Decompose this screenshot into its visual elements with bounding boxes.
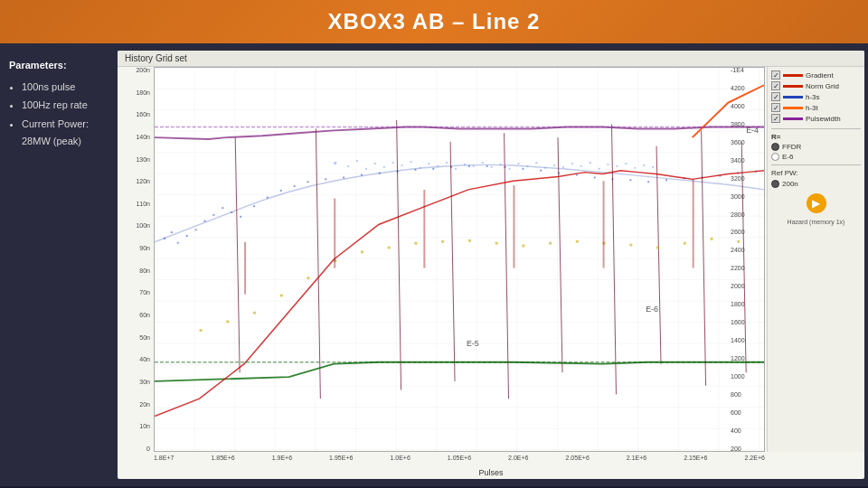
- legend-checkbox-normgrid[interactable]: ✓: [771, 81, 780, 90]
- svg-rect-53: [401, 164, 403, 166]
- radio-dot-e6[interactable]: [771, 153, 779, 161]
- svg-rect-76: [608, 164, 609, 165]
- legend-checkbox-h3t[interactable]: ✓: [771, 103, 780, 112]
- svg-rect-101: [441, 240, 444, 243]
- svg-rect-49: [365, 168, 367, 170]
- svg-rect-38: [629, 179, 631, 181]
- svg-text:E-5: E-5: [467, 339, 479, 348]
- svg-rect-56: [428, 163, 429, 164]
- legend-color-h3t: [783, 107, 803, 109]
- legend-item-h3t: ✓ h-3t: [771, 103, 861, 112]
- radio-dot-ffdr[interactable]: [771, 143, 779, 151]
- params-title: Parameters:: [9, 57, 108, 74]
- chart-plot-area: E-5 E-6 E-4: [154, 67, 765, 452]
- param-item: 100ns pulse: [22, 79, 108, 96]
- svg-rect-58: [446, 162, 448, 164]
- svg-rect-39: [647, 181, 649, 183]
- svg-rect-99: [388, 247, 391, 249]
- play-button[interactable]: ▶: [807, 193, 826, 213]
- radio-ffdr: FFDR: [771, 143, 861, 151]
- chart-area: History Grid set 200n 180n 160n 140n 130…: [118, 51, 864, 479]
- svg-rect-74: [590, 162, 591, 164]
- svg-rect-118: [244, 242, 246, 295]
- chart-svg: E-5 E-6 E-4: [155, 68, 764, 451]
- svg-rect-32: [522, 168, 524, 170]
- svg-rect-92: [200, 329, 203, 332]
- svg-rect-68: [535, 162, 537, 164]
- svg-rect-4: [155, 68, 764, 451]
- svg-rect-111: [711, 238, 713, 240]
- svg-rect-123: [693, 179, 694, 267]
- svg-rect-100: [414, 242, 417, 245]
- legend-color-gradient: [783, 74, 803, 77]
- legend-section: ✓ Gradient ✓ Norm Grid ✓ h-3s: [771, 70, 861, 123]
- legend-checkbox-pulsewidth[interactable]: ✓: [771, 114, 780, 123]
- svg-rect-21: [325, 178, 326, 180]
- legend-checkbox-gradient[interactable]: ✓: [771, 70, 780, 80]
- svg-rect-105: [549, 242, 552, 245]
- svg-rect-103: [495, 242, 498, 245]
- left-panel: Parameters: 100ns pulse 100Hz rep rate C…: [0, 43, 118, 486]
- svg-rect-77: [616, 165, 618, 167]
- svg-rect-48: [356, 160, 358, 162]
- svg-rect-67: [526, 165, 528, 167]
- legend-item-pulsewidth: ✓ Pulsewidth: [771, 114, 861, 123]
- svg-rect-81: [652, 166, 654, 168]
- legend-panel: ✓ Gradient ✓ Norm Grid ✓ h-3s: [767, 67, 864, 452]
- params-list: 100ns pulse 100Hz rep rate Current Power…: [9, 79, 108, 150]
- svg-rect-93: [226, 320, 229, 323]
- chart-container: History Grid set 200n 180n 160n 140n 130…: [118, 51, 864, 479]
- svg-rect-96: [307, 277, 310, 279]
- svg-rect-73: [580, 165, 582, 167]
- svg-rect-23: [361, 174, 363, 176]
- svg-rect-9: [186, 235, 188, 237]
- chart-title-bar: History Grid set: [118, 51, 864, 67]
- legend-item-h3s: ✓ h-3s: [771, 92, 861, 101]
- svg-rect-27: [432, 168, 434, 170]
- svg-rect-64: [500, 164, 502, 165]
- svg-rect-18: [280, 190, 282, 192]
- svg-rect-24: [379, 173, 381, 174]
- svg-rect-69: [544, 167, 546, 169]
- svg-rect-109: [656, 247, 659, 249]
- svg-rect-121: [513, 185, 514, 268]
- param-item: Current Power: 28MW (peak): [22, 116, 108, 149]
- y-axis-left: 200n 180n 160n 140n 130n 120n 110n 100n …: [118, 67, 154, 452]
- svg-rect-61: [473, 165, 475, 167]
- svg-rect-80: [643, 164, 645, 166]
- svg-rect-108: [629, 244, 632, 247]
- svg-rect-50: [374, 163, 376, 164]
- ref-pw-label: Ref PW:: [771, 169, 861, 177]
- svg-rect-95: [280, 295, 283, 297]
- legend-item-gradient: ✓ Gradient: [771, 70, 861, 80]
- svg-rect-55: [419, 167, 420, 169]
- legend-color-h3s: [783, 96, 803, 99]
- hazard-label: Hazard (memory 1x): [771, 219, 861, 225]
- svg-rect-19: [294, 185, 296, 187]
- svg-rect-11: [204, 221, 206, 222]
- svg-rect-63: [491, 166, 493, 168]
- legend-item-normgrid: ✓ Norm Grid: [771, 81, 861, 90]
- param-item: 100Hz rep rate: [22, 97, 108, 114]
- radio-group-label: R=: [771, 133, 861, 141]
- svg-rect-102: [468, 239, 471, 242]
- svg-rect-106: [576, 240, 579, 243]
- svg-rect-78: [625, 163, 627, 164]
- x-axis: 1.8E+7 1.85E+6 1.9E+6 1.95E+6 1.0E+6 1.0…: [154, 452, 765, 479]
- y-axis-right: -1E4 4200 4000 3800 3600 3400 3200 3000 …: [727, 67, 765, 452]
- svg-rect-65: [509, 168, 511, 170]
- radio-group: R= FFDR E-6: [771, 133, 861, 161]
- svg-rect-29: [468, 165, 470, 167]
- legend-checkbox-h3s[interactable]: ✓: [771, 92, 780, 101]
- svg-rect-51: [383, 166, 385, 168]
- chart-title: History Grid set: [125, 53, 187, 63]
- svg-rect-22: [343, 176, 344, 178]
- radio-dot-200n[interactable]: [771, 180, 779, 188]
- svg-rect-79: [634, 167, 636, 169]
- svg-rect-110: [684, 242, 686, 245]
- svg-rect-52: [392, 162, 394, 164]
- svg-rect-12: [212, 214, 214, 216]
- radio-pw-200n: 200n: [771, 180, 861, 188]
- svg-rect-70: [553, 164, 555, 166]
- svg-rect-26: [414, 169, 416, 171]
